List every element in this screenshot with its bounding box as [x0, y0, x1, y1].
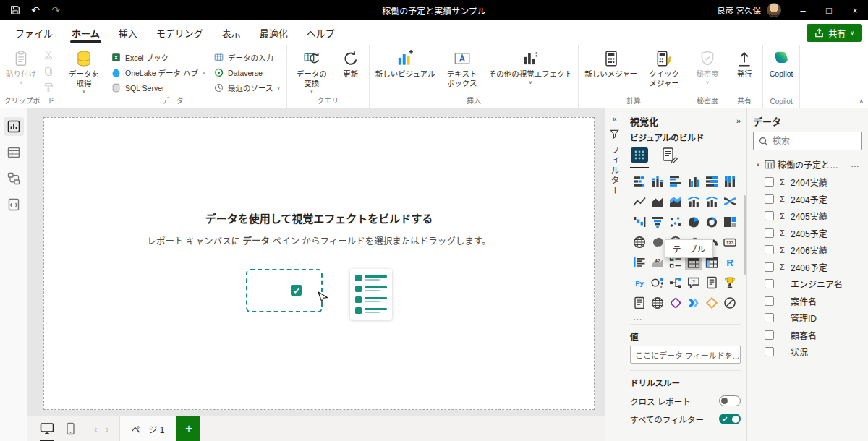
sidebar-item-dax-query-view[interactable] — [4, 195, 24, 214]
visual-type-map[interactable] — [631, 234, 647, 250]
more-visual-options[interactable]: … — [633, 312, 741, 322]
menu-tab-view[interactable]: 表示 — [213, 20, 250, 45]
copilot-button[interactable]: Copilot — [766, 46, 796, 79]
desktop-view-icon[interactable] — [38, 416, 56, 441]
sidebar-item-table-view[interactable] — [4, 143, 24, 162]
visual-type-power-automate[interactable] — [685, 295, 702, 311]
format-visual-tab[interactable] — [662, 147, 678, 163]
visual-type-smart-narrative[interactable] — [703, 275, 720, 291]
visual-type-paginated-report[interactable] — [631, 295, 647, 311]
menu-tab-optimize[interactable]: 最適化 — [250, 20, 297, 45]
report-page[interactable]: データを使用して視覚エフェクトをビルドする レポート キャンバスに データ ペイ… — [43, 117, 595, 410]
new-visual-button[interactable]: 新しいビジュアル — [373, 46, 438, 79]
publish-button[interactable]: 発行 — [729, 46, 760, 79]
visual-type-card[interactable]: 123 — [721, 234, 738, 250]
field-row-3[interactable]: Σ2405予定 — [763, 225, 862, 242]
visual-type-clustered-column-chart[interactable] — [685, 174, 702, 189]
save-icon[interactable] — [6, 2, 25, 18]
menu-tab-help[interactable]: ヘルプ — [297, 20, 344, 45]
sql-server-button[interactable]: SQL Server — [108, 82, 208, 94]
menu-tab-modeling[interactable]: モデリング — [147, 20, 213, 45]
visual-type-area-chart[interactable] — [649, 194, 665, 210]
cross-report-toggle[interactable] — [719, 395, 741, 406]
visual-type-pie-chart[interactable] — [685, 214, 702, 230]
field-checkbox[interactable] — [765, 262, 774, 272]
field-checkbox[interactable] — [765, 313, 774, 322]
field-checkbox[interactable] — [765, 211, 774, 220]
avatar[interactable] — [767, 3, 781, 17]
field-row-9[interactable]: 顧客名 — [763, 327, 862, 344]
menu-tab-insert[interactable]: 挿入 — [109, 20, 147, 45]
field-row-0[interactable]: Σ2404実績 — [763, 174, 862, 191]
field-checkbox[interactable] — [765, 330, 774, 340]
visual-type-get-more-visuals[interactable] — [721, 295, 738, 311]
menu-tab-home[interactable]: ホーム — [62, 20, 109, 45]
field-checkbox[interactable] — [765, 347, 774, 356]
expand-filters-icon[interactable]: « — [612, 114, 616, 123]
field-row-7[interactable]: 案件名 — [763, 293, 862, 310]
menu-tab-file[interactable]: ファイル — [6, 20, 62, 45]
recent-sources-button[interactable]: 最近のソース∨ — [210, 82, 284, 94]
excel-workbook-button[interactable]: Excel ブック — [108, 51, 208, 64]
values-field-well[interactable]: ここにデータ フィールドを... — [630, 346, 741, 364]
visual-type-multi-row-card[interactable] — [631, 254, 647, 270]
get-data-button[interactable]: データを取得∨ — [62, 46, 106, 94]
field-row-6[interactable]: エンジニア名 — [763, 275, 862, 293]
visual-type-metrics[interactable] — [721, 275, 738, 291]
field-checkbox[interactable] — [765, 177, 774, 187]
sidebar-item-model-view[interactable] — [4, 169, 24, 188]
close-button[interactable]: × — [842, 0, 868, 20]
filters-pane-collapsed[interactable]: « フィルター — [605, 108, 624, 441]
dataverse-button[interactable]: Dataverse — [210, 67, 284, 79]
visual-type-clustered-bar-chart[interactable] — [667, 174, 684, 189]
build-visual-tab[interactable] — [630, 147, 649, 163]
data-table-row[interactable]: ∨ 稼働の予定と実績 … — [753, 155, 862, 174]
visual-type-waterfall-chart[interactable] — [631, 214, 647, 230]
visual-type-r-script-visual[interactable]: R — [721, 254, 738, 270]
visual-type-100-stacked-bar-chart[interactable] — [703, 174, 720, 189]
keep-all-filters-toggle[interactable] — [719, 414, 741, 424]
visual-type-stacked-area-chart[interactable] — [667, 194, 684, 210]
visual-type-python-visual[interactable]: Py — [631, 275, 647, 291]
search-input[interactable] — [773, 136, 856, 146]
page-tab[interactable]: ページ 1 — [119, 416, 177, 441]
field-row-10[interactable]: 状況 — [763, 343, 862, 361]
onelake-data-hub-button[interactable]: OneLake データ ハブ∨ — [108, 67, 208, 79]
field-row-5[interactable]: Σ2406予定 — [763, 259, 862, 276]
visual-type-line-chart[interactable] — [631, 194, 647, 210]
field-checkbox[interactable] — [765, 194, 774, 204]
visual-type-treemap[interactable] — [721, 214, 738, 230]
visual-type-custom-visual[interactable] — [703, 295, 720, 311]
visual-type-scatter-chart[interactable] — [667, 214, 684, 230]
sidebar-item-report-view[interactable] — [4, 117, 24, 136]
transform-data-button[interactable]: データの変換∨ — [290, 46, 333, 94]
visual-type-line-and-stacked-column-chart[interactable] — [685, 194, 702, 210]
collapse-ribbon-icon[interactable]: ∧ — [859, 98, 864, 105]
text-box-button[interactable]: テキスト ボックス — [441, 46, 484, 87]
visual-type-qa-visual[interactable]: ? — [685, 275, 702, 291]
share-button[interactable]: 共有 ∨ — [807, 24, 862, 42]
collapse-visualizations-icon[interactable]: » — [736, 116, 741, 125]
field-checkbox[interactable] — [765, 279, 774, 288]
new-measure-button[interactable]: 新しいメジャー — [582, 46, 640, 79]
visual-type-kpi[interactable]: 42 — [649, 254, 665, 270]
field-checkbox[interactable] — [765, 228, 774, 238]
more-options-icon[interactable]: … — [849, 159, 861, 169]
enter-data-button[interactable]: データの入力 — [210, 51, 284, 64]
more-visuals-button[interactable]: その他の視覚エフェクト∨ — [486, 46, 576, 85]
visual-type-decomposition-tree[interactable] — [667, 275, 684, 291]
visual-type-funnel-chart[interactable] — [649, 214, 665, 230]
visual-type-filled-map[interactable] — [649, 234, 665, 250]
visual-type-key-influencers[interactable] — [649, 275, 665, 291]
field-checkbox[interactable] — [765, 245, 774, 254]
maximize-button[interactable]: □ — [816, 0, 842, 20]
scrollbar[interactable] — [744, 195, 746, 275]
refresh-button[interactable]: 更新 — [336, 46, 366, 79]
add-page-button[interactable]: + — [176, 416, 200, 441]
visual-type-100-stacked-column-chart[interactable] — [721, 174, 738, 189]
chevron-down-icon[interactable]: ∨ — [754, 161, 762, 168]
visual-type-line-and-clustered-column-chart[interactable] — [703, 194, 720, 210]
quick-measure-button[interactable]: クイック メジャー — [642, 46, 686, 87]
visual-type-power-apps[interactable] — [667, 295, 684, 311]
field-row-4[interactable]: Σ2406実績 — [763, 241, 862, 259]
